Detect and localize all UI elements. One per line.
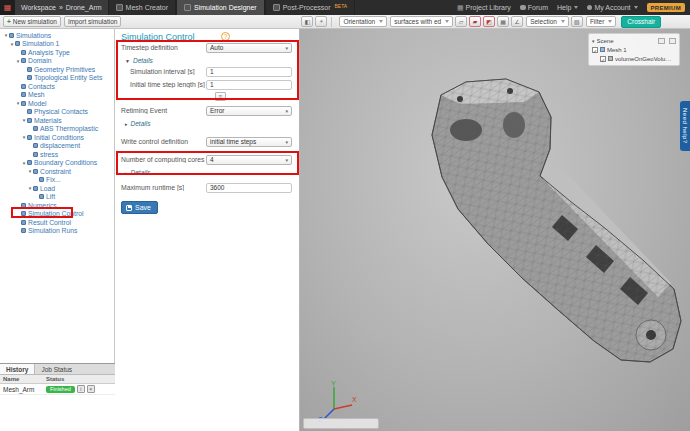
tree-item-simulation-control[interactable]: Simulation Control (0, 210, 114, 219)
project-library-label: Project Library (466, 4, 511, 11)
axis-triad: Y X Z (314, 379, 358, 423)
drone-arm-mesh-model[interactable] (300, 29, 690, 431)
tree-item-abs-thermoplastic[interactable]: ABS Thermoplastic (0, 125, 114, 134)
my-account-menu[interactable]: My Account (587, 4, 637, 11)
box-select-icon[interactable]: ▧ (571, 16, 583, 27)
toolbar: + New simulation Import simulation ◧ ⌖ O… (0, 15, 690, 29)
tab-job-status[interactable]: Job Status (35, 364, 78, 374)
details-toggle[interactable]: ▸ Details (115, 169, 150, 176)
chevron-down-icon: ▾ (285, 108, 288, 114)
tree-item-initial-conditions[interactable]: ▾Initial Conditions (0, 133, 114, 142)
simulation-runs-icon (21, 228, 26, 233)
table-row[interactable]: Mesh_Arm Finished i × (0, 384, 115, 395)
need-help-button[interactable]: Need help? (680, 101, 690, 151)
timestep-select[interactable]: Auto ▾ (206, 43, 292, 53)
table-input-icon[interactable]: ≡ (215, 92, 226, 101)
project-library-link[interactable]: ▦ Project Library (457, 4, 511, 12)
triangle-right-icon: ▸ (125, 170, 128, 176)
max-runtime-row: Maximum runtime [s] 3600 (115, 182, 300, 193)
triangle-down-icon[interactable]: ▾ (592, 38, 595, 44)
visibility-checkbox[interactable]: ✓ (592, 47, 598, 53)
breadcrumb[interactable]: Workspace » Drone_Arm (15, 0, 108, 15)
forum-link[interactable]: Forum (520, 4, 548, 11)
scene-item-mesh[interactable]: ✓ Mesh 1 (592, 45, 676, 54)
tree-item-lift[interactable]: Lift (0, 193, 114, 202)
timestep-label: Timestep definition (115, 44, 206, 51)
chevron-down-icon: ▾ (285, 45, 288, 51)
tree-item-analysis-type[interactable]: Analysis Type (0, 48, 114, 57)
details-toggle[interactable]: ▼ Details (115, 57, 153, 64)
tree-item-topological-entity-sets[interactable]: Topological Entity Sets (0, 74, 114, 83)
tab-label: Mesh Creator (126, 4, 168, 11)
help-menu[interactable]: Help (557, 4, 578, 11)
tree-item-simulation-runs[interactable]: Simulation Runs (0, 227, 114, 236)
scene-item-volume[interactable]: ✓ volumeOnGeoVolumes_0 (592, 54, 676, 63)
render-mode-select[interactable]: surfaces with ed (390, 16, 453, 27)
viewport-status-box[interactable] (303, 418, 379, 429)
viewport-3d[interactable]: ▾ Scene ✓ Mesh 1 ✓ volumeOnGeoVolumes_0 … (300, 29, 690, 431)
retiming-select[interactable]: Error ▾ (206, 106, 292, 116)
premium-badge[interactable]: PREMIUM (647, 3, 685, 12)
perspective-icon[interactable]: ▱ (455, 16, 467, 27)
beta-badge: BETA (335, 3, 348, 9)
new-simulation-button[interactable]: + New simulation (3, 16, 61, 27)
tree-item-displacement[interactable]: displacement (0, 142, 114, 151)
tree-item-materials[interactable]: ▾Materials (0, 116, 114, 125)
selection-select[interactable]: Selection (526, 16, 569, 27)
tree-item-numerics[interactable]: Numerics (0, 201, 114, 210)
write-control-select[interactable]: initial time steps ▾ (206, 137, 292, 147)
delete-icon[interactable]: × (87, 385, 95, 393)
tree-item-stress[interactable]: stress (0, 150, 114, 159)
filter-select[interactable]: Filter (586, 16, 616, 27)
max-runtime-input[interactable]: 3600 (206, 183, 292, 193)
fit-view-icon[interactable]: ⌖ (315, 16, 327, 27)
scene-title: Scene (597, 38, 614, 44)
app-logo-icon[interactable]: ▦ (0, 0, 15, 15)
tab-simulation-designer[interactable]: Simulation Designer (176, 0, 265, 15)
tree-item-domain[interactable]: ▾Domain (0, 57, 114, 66)
orientation-select[interactable]: Orientation (339, 16, 387, 27)
camera-icon[interactable] (669, 38, 676, 44)
simulation-interval-input[interactable]: 1 (206, 67, 292, 77)
import-simulation-button[interactable]: Import simulation (64, 16, 122, 27)
visibility-checkbox[interactable]: ✓ (600, 56, 606, 62)
tree-item-result-control[interactable]: Result Control (0, 218, 114, 227)
clip-plane-icon[interactable]: ▰ (469, 16, 481, 27)
lift-icon (39, 194, 44, 199)
simulation-interval-row: Simulation interval [s] 1 (115, 66, 300, 77)
tree-item-model[interactable]: ▾Model (0, 99, 114, 108)
tree-item-boundary-conditions[interactable]: ▾Boundary Conditions (0, 159, 114, 168)
tree-item-load[interactable]: ▾Load (0, 184, 114, 193)
details-toggle[interactable]: ▸ Details (115, 120, 150, 127)
tree-item-mesh[interactable]: Mesh (0, 91, 114, 100)
triangle-right-icon: ▸ (125, 121, 128, 127)
geometry-primitives-icon (27, 67, 32, 72)
write-control-label: Write control definition (115, 138, 206, 145)
highlight-faces-icon[interactable]: ◩ (483, 16, 495, 27)
view-log-icon[interactable]: i (77, 385, 85, 393)
wireframe-icon[interactable]: ▦ (497, 16, 509, 27)
save-button[interactable]: Save (121, 201, 158, 214)
tree-item-fix[interactable]: Fix... (0, 176, 114, 185)
tab-history[interactable]: History (0, 364, 35, 374)
toolbar-divider (331, 17, 332, 27)
crosshair-button[interactable]: Crosshair (621, 16, 661, 28)
help-label: Help (557, 4, 571, 11)
measure-icon[interactable]: ∠ (511, 16, 523, 27)
screenshot-icon[interactable]: ◧ (301, 16, 313, 27)
tab-post-processor[interactable]: Post-Processor BETA (265, 0, 356, 15)
cores-select[interactable]: 4 ▾ (206, 155, 292, 165)
tree-item-simulation-1[interactable]: ▾Simulation 1 (0, 40, 114, 49)
column-status: Status (44, 376, 115, 382)
tab-mesh-creator[interactable]: Mesh Creator (108, 0, 176, 15)
cores-details-toggle: ▸ Details (115, 167, 300, 178)
help-icon[interactable]: ? (221, 32, 230, 41)
save-icon (126, 205, 132, 211)
tree-item-contacts[interactable]: Contacts (0, 82, 114, 91)
tree-item-constraint[interactable]: ▾Constraint (0, 167, 114, 176)
tree-item-physical-contacts[interactable]: Physical Contacts (0, 108, 114, 117)
tree-item-simulations[interactable]: ▾Simulations (0, 31, 114, 40)
tree-item-geometry-primitives[interactable]: Geometry Primitives (0, 65, 114, 74)
initial-time-step-input[interactable]: 1 (206, 80, 292, 90)
monitor-icon[interactable] (658, 38, 665, 44)
